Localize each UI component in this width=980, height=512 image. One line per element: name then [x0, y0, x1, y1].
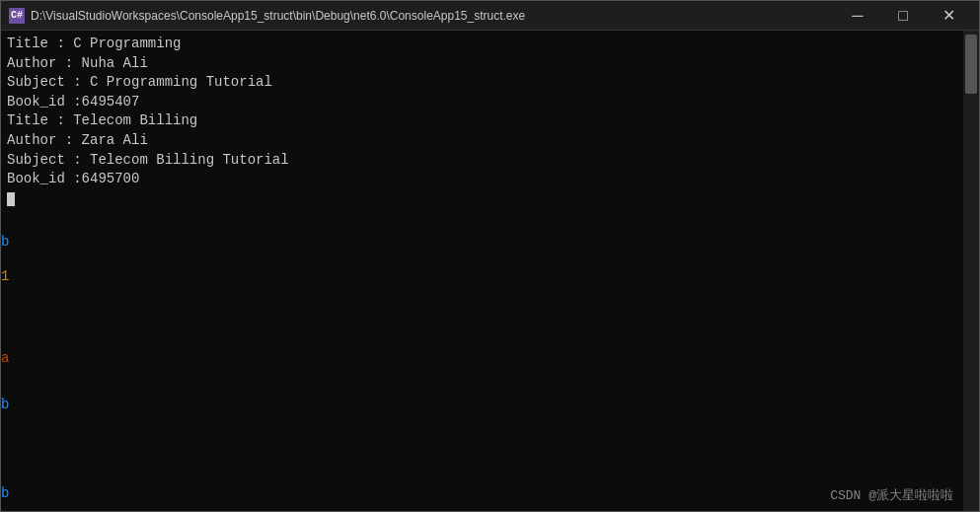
console-line: Subject : C Programming Tutorial [7, 73, 957, 93]
console-line: Book_id :6495407 [7, 93, 957, 112]
scrollbar[interactable] [963, 31, 979, 511]
console-line: Book_id :6495700 [7, 170, 957, 189]
app-icon: C# [9, 8, 25, 24]
cursor [7, 192, 15, 206]
console-lines: Title : C ProgrammingAuthor : Nuha AliSu… [7, 35, 957, 208]
scrollbar-thumb[interactable] [965, 35, 977, 94]
watermark: CSDN @派大星啦啦啦 [830, 487, 953, 505]
console-area: b1bab Title : C ProgrammingAuthor : Nuha… [1, 31, 979, 511]
console-window: C# D:\VisualStudioWorkspaces\ConsoleApp1… [0, 0, 980, 512]
console-line: Subject : Telecom Billing Tutorial [7, 151, 957, 171]
side-char: b [1, 396, 9, 415]
side-char: b [1, 484, 9, 504]
console-line: Title : Telecom Billing [7, 111, 957, 131]
title-bar-text: D:\VisualStudioWorkspaces\ConsoleApp15_s… [31, 9, 827, 23]
side-char: 1 [1, 267, 9, 287]
console-line: Author : Nuha Ali [7, 54, 957, 74]
side-char: a [1, 349, 9, 369]
maximize-button[interactable]: □ [880, 1, 926, 31]
window-controls: ─ □ ✕ [835, 1, 971, 31]
side-char: b [1, 233, 9, 253]
console-line: Author : Zara Ali [7, 131, 957, 151]
close-button[interactable]: ✕ [926, 1, 971, 31]
minimize-button[interactable]: ─ [835, 1, 880, 31]
console-output: b1bab Title : C ProgrammingAuthor : Nuha… [1, 31, 963, 511]
console-line: Title : C Programming [7, 35, 957, 54]
title-bar: C# D:\VisualStudioWorkspaces\ConsoleApp1… [1, 1, 979, 31]
cursor-line [7, 189, 957, 209]
